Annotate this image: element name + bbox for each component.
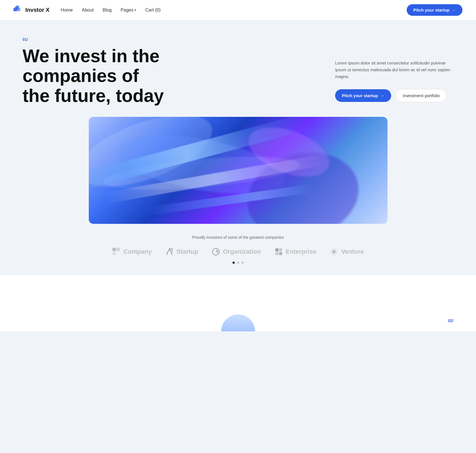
list-item: Company xyxy=(112,247,152,256)
bottom-section: 02/ xyxy=(0,275,476,331)
nav-links: Home About Blog Pages ▾ Cart (0) xyxy=(61,8,161,13)
hero-right: Lorem ipsum dolor sit amet consectetur s… xyxy=(335,37,453,102)
hero-buttons: Pitch your startup → Investment portfoli… xyxy=(335,89,453,102)
svg-point-14 xyxy=(333,251,335,253)
navbar-cta-button[interactable]: Pitch your startup → xyxy=(407,4,462,16)
list-item: Venture xyxy=(330,247,364,256)
svg-rect-10 xyxy=(275,252,278,255)
company-name: Company xyxy=(123,248,152,255)
pitch-startup-button[interactable]: Pitch your startup → xyxy=(335,89,391,102)
hero-description: Lorem ipsum dolor sit amet consectetur s… xyxy=(335,60,453,80)
list-item: Enterprise xyxy=(274,247,316,256)
investment-portfolio-button[interactable]: Investment portfolio xyxy=(396,89,447,102)
svg-rect-9 xyxy=(279,248,282,251)
svg-rect-6 xyxy=(112,252,116,255)
section2-number: 02/ xyxy=(448,318,453,323)
organization-name: Organization xyxy=(223,248,261,255)
list-item: Organization xyxy=(212,247,261,256)
arrow-right-icon: → xyxy=(380,93,384,98)
carousel-dot-1[interactable] xyxy=(233,262,235,264)
enterprise-name: Enterprise xyxy=(286,248,316,255)
svg-rect-8 xyxy=(275,248,278,251)
navbar-left: Invstor X Home About Blog Pages ▾ Cart (… xyxy=(14,6,161,15)
carousel-dots xyxy=(0,262,476,269)
nav-home[interactable]: Home xyxy=(61,8,73,13)
arrow-right-icon: → xyxy=(452,8,456,12)
logo[interactable]: Invstor X xyxy=(14,6,50,15)
hero-image xyxy=(89,117,388,224)
company-icon xyxy=(112,247,121,256)
nav-cart[interactable]: Cart (0) xyxy=(145,8,160,13)
hero-background xyxy=(89,117,388,224)
navbar: Invstor X Home About Blog Pages ▾ Cart (… xyxy=(0,0,476,20)
hero-section: 01/ We invest in the companies of the fu… xyxy=(0,20,476,117)
venture-icon xyxy=(330,247,338,256)
logo-icon xyxy=(14,6,23,15)
bottom-circle-decoration xyxy=(221,314,255,331)
hero-left: 01/ We invest in the companies of the fu… xyxy=(23,37,169,106)
carousel-dot-3[interactable] xyxy=(242,262,244,264)
svg-rect-5 xyxy=(116,248,120,251)
svg-rect-11 xyxy=(279,252,282,255)
list-item: Startup xyxy=(165,247,198,256)
hero-number: 01/ xyxy=(23,37,169,42)
investors-label: Proudly investors of some of the greates… xyxy=(0,235,476,240)
nav-blog[interactable]: Blog xyxy=(103,8,112,13)
brand-name: Invstor X xyxy=(25,7,50,13)
startup-icon xyxy=(165,247,174,256)
companies-row: Company Startup Organization xyxy=(0,247,476,256)
carousel-dot-2[interactable] xyxy=(237,262,239,264)
nav-pages[interactable]: Pages ▾ xyxy=(121,8,136,13)
venture-name: Venture xyxy=(341,248,364,255)
chevron-down-icon: ▾ xyxy=(134,8,136,12)
svg-rect-3 xyxy=(17,8,20,11)
nav-about[interactable]: About xyxy=(82,8,94,13)
hero-image-wrapper xyxy=(0,117,476,224)
enterprise-icon xyxy=(274,247,283,256)
organization-icon xyxy=(212,247,220,256)
investors-section: Proudly investors of some of the greates… xyxy=(0,224,476,275)
hero-title: We invest in the companies of the future… xyxy=(23,46,169,106)
startup-name: Startup xyxy=(176,248,198,255)
svg-rect-4 xyxy=(112,248,116,251)
